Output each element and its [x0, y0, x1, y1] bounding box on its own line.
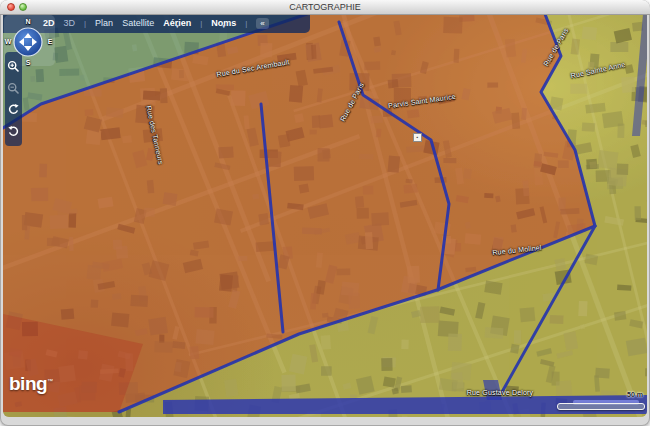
chevron-down-icon: ▾ — [222, 24, 225, 29]
compass-north-label: N — [25, 18, 30, 25]
compass-west-label: W — [5, 38, 12, 45]
plan-button[interactable]: Plan — [95, 15, 113, 32]
bing-logo: bing™ — [9, 373, 53, 395]
compass-east-label: E — [48, 38, 53, 45]
title-bar[interactable]: CARTOGRAPHIE — [0, 0, 650, 15]
chevron-down-icon: ▾ — [176, 24, 179, 29]
street-labels: Rue du Sec ArembaultRue de ParisParvis S… — [3, 14, 647, 417]
street-label: Rue du Sec Arembault — [216, 58, 290, 78]
compass-dial — [14, 28, 42, 56]
street-label: Rue de Paris — [542, 27, 569, 68]
compass[interactable]: N W S E — [3, 14, 57, 70]
noms-button[interactable]: Noms ▾ — [211, 15, 236, 32]
aerien-button[interactable]: Aérien ▾ — [163, 15, 191, 32]
street-label: Rue des Tanneurs — [145, 105, 164, 165]
app-window: CARTOGRAPHIE — [0, 0, 650, 426]
street-label: Rue Gustave Delory — [467, 389, 534, 396]
trademark-mark: ™ — [47, 378, 53, 384]
compass-south-label: S — [26, 59, 31, 66]
street-label: Parvis Saint Maurice — [388, 93, 457, 109]
zoom-out-icon[interactable] — [7, 82, 20, 95]
street-label: Rue Sainte Anne — [570, 61, 626, 79]
satellite-button[interactable]: Satellite — [122, 15, 154, 32]
poi-marker[interactable]: ▪ — [413, 133, 422, 142]
collapse-toolbar-button[interactable]: « — [256, 18, 268, 29]
toolbar-separator: | — [84, 19, 86, 28]
rotate-counterclockwise-icon[interactable] — [7, 125, 20, 138]
toolbar-separator: | — [245, 19, 247, 28]
toolbar-separator: | — [200, 19, 202, 28]
mode-3d-button[interactable]: 3D — [64, 15, 76, 32]
scale-bar — [557, 403, 645, 410]
map-viewport[interactable]: Rue du Sec ArembaultRue de ParisParvis S… — [3, 14, 647, 417]
street-label: Rue de Paris — [339, 81, 365, 122]
bing-logo-text: bing — [9, 373, 47, 394]
window-title: CARTOGRAPHIE — [0, 0, 650, 14]
rotate-clockwise-icon[interactable] — [7, 103, 20, 116]
scale-label: 50 m — [557, 391, 643, 398]
street-label: Rue du Molinel — [492, 244, 542, 256]
